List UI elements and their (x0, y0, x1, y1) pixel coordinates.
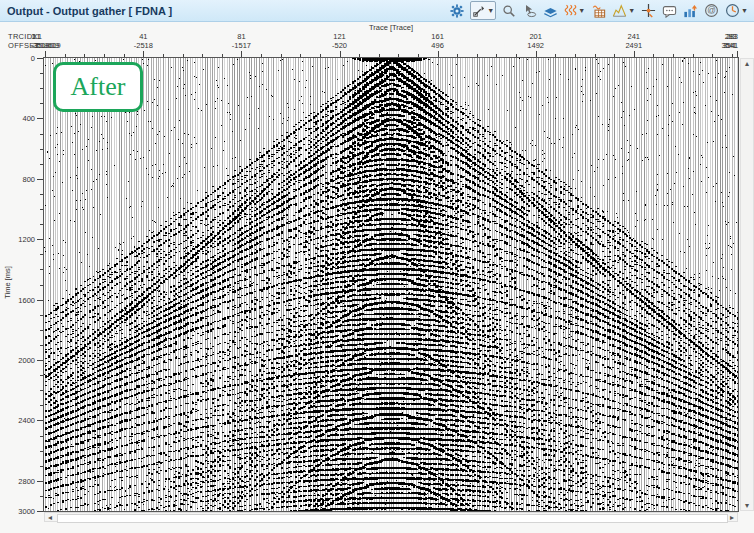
tick-mark (359, 54, 360, 57)
tick-mark (477, 54, 478, 57)
crosshair-icon[interactable] (641, 2, 656, 19)
layers-icon[interactable] (543, 2, 558, 19)
time-tick-label: 2800 (5, 477, 35, 486)
clock-icon[interactable]: ▼ (725, 2, 748, 19)
wiggle-display-icon[interactable]: ▼ (564, 2, 585, 19)
tick-mark (241, 51, 242, 57)
tick-mark (555, 54, 556, 57)
zoom-actual-icon[interactable]: @ (704, 2, 719, 19)
trcidx-value: 121 (333, 32, 346, 41)
tick-mark (398, 54, 399, 57)
histogram-icon[interactable]: ▼ (612, 2, 635, 19)
offset-value: -3518619 (31, 41, 59, 50)
trcidx-value: 201 (529, 32, 542, 41)
time-tick-label: 1600 (5, 296, 35, 305)
tick-mark (37, 58, 44, 59)
offset-value: 2491 (625, 41, 642, 50)
title-bar: Output - Output gather [ FDNA ] ▼ ▼ (0, 0, 754, 22)
comment-icon[interactable] (662, 2, 677, 19)
export-chart-icon[interactable] (683, 2, 698, 19)
tick-mark (320, 54, 321, 57)
tick-mark (575, 54, 576, 57)
tick-mark (104, 54, 105, 57)
tick-mark (37, 511, 44, 512)
offset-value: 1492 (527, 41, 544, 50)
tick-mark (65, 54, 66, 57)
tick-mark (712, 54, 713, 57)
seismic-gather-view[interactable] (44, 58, 738, 511)
chevron-down-icon: ▼ (741, 2, 748, 19)
window-title: Output - Output gather [ FDNA ] (7, 5, 172, 17)
tick-mark (300, 54, 301, 57)
tick-mark (37, 360, 44, 361)
scroll-right-arrow-icon[interactable]: ▸ (727, 513, 737, 522)
tick-mark (732, 54, 733, 57)
tick-mark (693, 54, 694, 57)
chevron-down-icon: ▼ (628, 2, 635, 19)
scroll-up-arrow-icon[interactable]: ▴ (741, 59, 753, 68)
tick-mark (737, 51, 738, 57)
tick-mark (516, 54, 517, 57)
x-axis-title: Trace [Trace] (44, 23, 738, 32)
svg-text:@: @ (707, 5, 716, 15)
trcidx-value: 283 (725, 32, 736, 41)
horizontal-scrollbar[interactable]: ◂ ▸ (44, 512, 738, 522)
select-lasso-icon[interactable] (522, 2, 537, 19)
tick-mark (340, 51, 341, 57)
time-tick-label: 3000 (5, 507, 35, 516)
seismic-viewer-window: Output - Output gather [ FDNA ] ▼ ▼ (0, 0, 754, 533)
tick-mark (281, 54, 282, 57)
tick-mark (37, 300, 44, 301)
after-annotation-badge: After (53, 62, 143, 112)
offset-value: -1517 (232, 41, 251, 50)
scroll-down-arrow-icon[interactable]: ▾ (741, 501, 753, 510)
vertical-scrollbar[interactable]: ▴ ▾ (740, 58, 754, 511)
toolbar: ▼ ▼ ▼ (450, 1, 748, 20)
offset-value: 3541 (722, 41, 737, 50)
tick-mark (614, 54, 615, 57)
offset-value: -2518 (134, 41, 153, 50)
trcidx-value: 41 (139, 32, 147, 41)
tick-mark (673, 54, 674, 57)
tick-mark (438, 51, 439, 57)
chevron-down-icon: ▼ (487, 2, 494, 19)
tick-mark (418, 54, 419, 57)
tick-mark (183, 54, 184, 57)
tick-mark (37, 179, 44, 180)
tick-mark (653, 54, 654, 57)
horizontal-scrollbar-thumb[interactable] (57, 514, 728, 523)
tick-mark (595, 54, 596, 57)
tick-mark (163, 54, 164, 57)
time-tick-label: 800 (5, 175, 35, 184)
tick-mark (496, 54, 497, 57)
tick-mark (222, 54, 223, 57)
tick-mark (37, 420, 44, 421)
tick-mark (37, 239, 44, 240)
fit-view-tool-button[interactable]: ▼ (470, 1, 496, 20)
settings-gear-icon[interactable] (450, 2, 464, 19)
tick-mark (45, 51, 46, 57)
time-tick-label: 2000 (5, 356, 35, 365)
tick-mark (202, 54, 203, 57)
tick-mark (261, 54, 262, 57)
tick-mark (37, 118, 44, 119)
time-tick-label: 400 (5, 114, 35, 123)
spreadsheet-icon[interactable] (591, 2, 606, 19)
time-tick-label: 2400 (5, 416, 35, 425)
tick-mark (143, 51, 144, 57)
tick-mark (634, 51, 635, 57)
tick-mark (379, 54, 380, 57)
zoom-icon[interactable] (502, 2, 516, 19)
trcidx-value: 81 (237, 32, 245, 41)
offset-value: -520 (332, 41, 347, 50)
tick-mark (84, 54, 85, 57)
trcidx-value: 241 (628, 32, 641, 41)
offset-value: 496 (431, 41, 444, 50)
trcidx-value: 1 1 (31, 32, 40, 41)
scroll-left-arrow-icon[interactable]: ◂ (45, 513, 55, 522)
trcidx-value: 161 (431, 32, 444, 41)
tick-mark (457, 54, 458, 57)
time-tick-label: 1200 (5, 235, 35, 244)
tick-mark (124, 54, 125, 57)
tick-mark (37, 481, 44, 482)
